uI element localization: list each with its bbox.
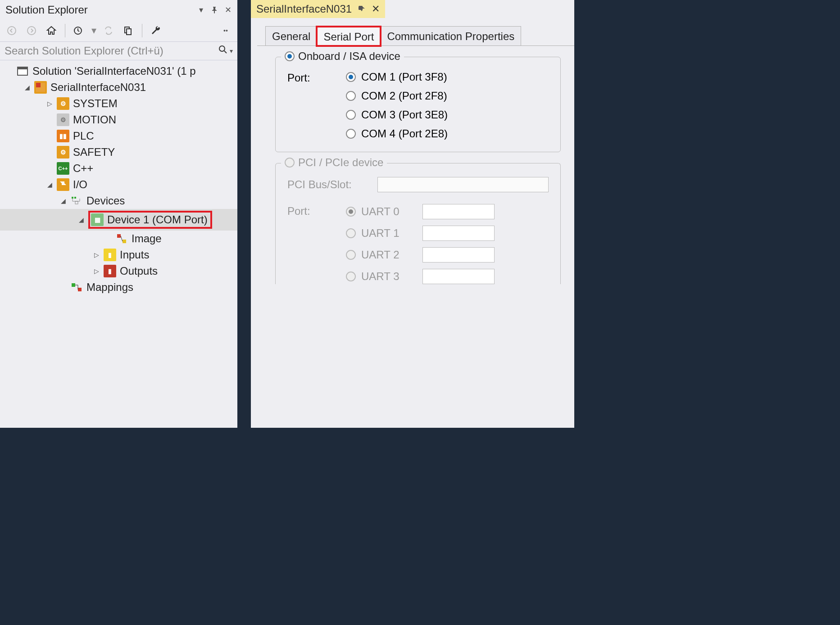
close-icon[interactable]: ✕ [372, 3, 380, 15]
radio-icon [346, 91, 356, 101]
image-icon [115, 232, 128, 245]
pci-pcie-radio[interactable] [285, 158, 295, 168]
tree-label: Outputs [120, 265, 158, 277]
tree-label: SAFETY [73, 146, 115, 159]
sync-button[interactable] [100, 23, 117, 39]
window-position-dropdown[interactable]: ▾ [197, 6, 205, 14]
radio-icon [346, 250, 356, 260]
tree-device1[interactable]: ◢ ▦ Device 1 (COM Port) [0, 209, 237, 231]
com4-option[interactable]: COM 4 (Port 2E8) [346, 127, 448, 140]
expand-icon[interactable]: ▷ [92, 267, 101, 276]
radio-icon [346, 129, 356, 139]
editor-panel: SerialInterfaceN031 ✕ General Serial Por… [251, 0, 574, 428]
svg-point-0 [8, 27, 16, 35]
tree-label: Inputs [120, 249, 149, 261]
close-icon[interactable]: ✕ [224, 6, 232, 14]
pci-bus-slot-input [377, 177, 549, 192]
option-label: UART 2 [361, 249, 399, 261]
svg-point-1 [27, 27, 36, 35]
uart3-input [422, 269, 495, 284]
expand-icon[interactable]: ▷ [45, 99, 54, 108]
tree-outputs[interactable]: ▷ ▮ Outputs [0, 263, 237, 279]
search-icon[interactable] [218, 45, 228, 57]
uart0-option: UART 0 [346, 204, 495, 219]
tree-devices[interactable]: ◢ Devices [0, 193, 237, 209]
property-tabs: General Serial Port Communication Proper… [257, 26, 574, 46]
tree-system[interactable]: ▷ ⚙ SYSTEM [0, 95, 237, 112]
mappings-icon [70, 281, 83, 294]
plc-icon: ▮▮ [57, 130, 69, 142]
tree-cpp[interactable]: C++ C++ [0, 160, 237, 177]
radio-icon [346, 272, 356, 281]
collapse-icon[interactable]: ◢ [23, 83, 32, 92]
forward-button[interactable] [23, 23, 40, 39]
uart1-input [422, 226, 495, 241]
search-input[interactable] [5, 45, 215, 57]
device-icon: ▦ [91, 213, 104, 226]
svg-rect-4 [127, 29, 131, 35]
inputs-icon: ▮ [104, 249, 116, 261]
tree-solution[interactable]: Solution 'SerialInterfaceN031' (1 p [0, 63, 237, 79]
tree-plc[interactable]: ▮▮ PLC [0, 128, 237, 144]
uart2-option: UART 2 [346, 247, 495, 263]
tree-label: Solution 'SerialInterfaceN031' (1 p [32, 65, 196, 77]
expand-icon[interactable]: ▷ [92, 250, 101, 259]
tab-communication-properties[interactable]: Communication Properties [380, 26, 521, 45]
pin-icon[interactable] [358, 5, 365, 14]
tree-label: Mappings [86, 281, 133, 294]
radio-icon [346, 207, 356, 217]
option-label: COM 2 (Port 2F8) [361, 90, 447, 102]
tab-serial-port[interactable]: Serial Port [317, 27, 381, 46]
svg-rect-16 [78, 288, 82, 291]
pending-changes-dropdown[interactable]: ▾ [91, 23, 97, 39]
document-tab-bar: SerialInterfaceN031 ✕ [251, 0, 574, 18]
com2-option[interactable]: COM 2 (Port 2F8) [346, 90, 448, 102]
onboard-isa-radio[interactable] [285, 51, 295, 61]
tree-label: C++ [73, 162, 93, 175]
show-all-files-button[interactable] [120, 23, 136, 39]
search-box: ▾ [0, 42, 237, 60]
property-page: General Serial Port Communication Proper… [251, 18, 574, 428]
collapse-icon[interactable]: ◢ [45, 180, 54, 189]
search-dropdown[interactable]: ▾ [230, 47, 233, 54]
document-tab-title: SerialInterfaceN031 [256, 3, 352, 15]
back-button[interactable] [4, 23, 20, 39]
svg-rect-13 [117, 234, 121, 238]
document-tab[interactable]: SerialInterfaceN031 ✕ [251, 0, 385, 18]
tree-io[interactable]: ◢ I/O [0, 177, 237, 193]
tree-project[interactable]: ◢ SerialInterfaceN031 [0, 79, 237, 95]
com3-option[interactable]: COM 3 (Port 3E8) [346, 109, 448, 121]
tree-label: Image [132, 232, 162, 245]
com1-option[interactable]: COM 1 (Port 3F8) [346, 71, 448, 83]
tree-label: Devices [86, 195, 125, 207]
toolbar-separator [142, 24, 142, 37]
tree-safety[interactable]: ⚙ SAFETY [0, 144, 237, 160]
system-icon: ⚙ [57, 97, 69, 110]
solution-explorer-panel: Solution Explorer ▾ ✕ ▾ •• ▾ [0, 0, 237, 428]
option-label: COM 3 (Port 3E8) [361, 109, 448, 121]
svg-rect-11 [72, 197, 73, 199]
tree-motion[interactable]: ⚙ MOTION [0, 112, 237, 128]
motion-icon: ⚙ [57, 113, 69, 126]
svg-rect-10 [74, 197, 76, 199]
svg-rect-12 [75, 201, 78, 204]
group-title-label: PCI / PCIe device [298, 156, 383, 169]
properties-button[interactable] [148, 23, 164, 39]
toolbar-overflow[interactable]: •• [218, 23, 234, 39]
group-title-label: Onboard / ISA device [298, 50, 400, 63]
collapse-icon[interactable]: ◢ [59, 196, 68, 205]
port-label: Port: [287, 204, 328, 217]
pin-icon[interactable] [210, 6, 218, 14]
home-button[interactable] [43, 23, 59, 39]
tree-inputs[interactable]: ▷ ▮ Inputs [0, 247, 237, 263]
tree-image[interactable]: Image [0, 231, 237, 247]
tab-general[interactable]: General [265, 26, 317, 45]
panel-title: Solution Explorer [5, 4, 88, 16]
svg-rect-14 [123, 240, 126, 243]
solution-tree: Solution 'SerialInterfaceN031' (1 p ◢ Se… [0, 60, 237, 298]
collapse-icon[interactable]: ◢ [77, 215, 86, 224]
tree-mappings[interactable]: Mappings [0, 279, 237, 295]
safety-icon: ⚙ [57, 146, 69, 159]
pending-changes-button[interactable] [71, 23, 87, 39]
uart3-option: UART 3 [346, 269, 495, 284]
